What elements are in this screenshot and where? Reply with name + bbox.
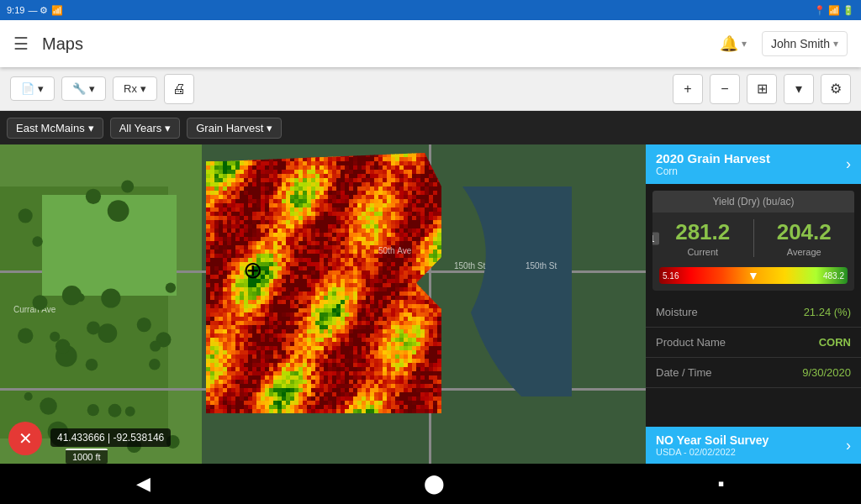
moisture-label: Moisture [656, 306, 698, 318]
layers-icon: ⊞ [757, 81, 768, 97]
soil-survey-card[interactable]: NO Year Soil Survey USDA - 02/02/2022 › [646, 427, 861, 464]
status-icons: — ⚙ 📶 [28, 5, 62, 16]
status-left: 9:19 — ⚙ 📶 [7, 5, 63, 16]
soil-survey-chevron: › [846, 437, 851, 454]
user-name: John Smith [771, 37, 830, 50]
years-filter-label: All Years [119, 122, 162, 134]
doc-icon: 📄 [21, 82, 34, 95]
doc-button[interactable]: 📄 ▾ [10, 76, 55, 101]
map-canvas [0, 144, 646, 464]
moisture-row: Moisture 21.24 (%) [646, 297, 861, 328]
product-name-row: Product Name CORN [646, 328, 861, 358]
layers-button[interactable]: ⊞ [747, 74, 777, 104]
minus-icon: − [721, 81, 728, 97]
plus-icon: + [684, 81, 691, 97]
rank-badge: 1 [652, 232, 659, 244]
close-button[interactable]: ✕ [8, 422, 42, 455]
app-title: Maps [42, 34, 711, 54]
layers-chevron-button[interactable]: ▾ [784, 74, 814, 104]
wrench-icon: 🔧 [72, 82, 86, 95]
panel-header-chevron: › [846, 155, 851, 173]
date-time-row: Date / Time 9/30/2020 [646, 358, 861, 388]
zoom-out-button[interactable]: − [710, 74, 740, 104]
soil-survey-sub: USDA - 02/02/2022 [656, 447, 769, 457]
field-filter-label: East McMains [16, 122, 85, 134]
gradient-bar: 5.16 ▼ 483.2 [659, 267, 848, 284]
field-filter[interactable]: East McMains ▾ [7, 118, 103, 139]
yield-average-label: Average [759, 247, 850, 257]
yield-values: 1 281.2 Current 204.2 Average [652, 213, 854, 264]
scale-badge: 1000 ft [66, 449, 108, 464]
scale-text: 1000 ft [72, 452, 101, 462]
print-icon: 🖨 [172, 81, 186, 97]
years-filter[interactable]: All Years ▾ [110, 118, 181, 139]
wrench-chevron: ▾ [89, 82, 95, 95]
yield-current-label: Current [658, 247, 748, 257]
nav-back[interactable]: ◀ [136, 473, 151, 495]
layer-filter[interactable]: Grain Harvest ▾ [187, 118, 282, 139]
panel-header-sub: Corn [656, 165, 770, 177]
panel-header[interactable]: 2020 Grain Harvest Corn › [646, 144, 861, 184]
status-time: 9:19 [7, 5, 24, 15]
doc-chevron: ▾ [38, 82, 44, 95]
gear-button[interactable]: ⚙ [821, 74, 851, 104]
status-right: 📍 📶 🔋 [814, 5, 854, 16]
gradient-arrow: ▼ [747, 269, 759, 282]
nav-bar: ◀ ⬤ ▪ [0, 464, 861, 504]
hamburger-menu[interactable]: ☰ [13, 34, 29, 54]
moisture-value: 21.24 (%) [804, 306, 851, 318]
filter-bar: East McMains ▾ All Years ▾ Grain Harvest… [0, 111, 861, 144]
zoom-in-button[interactable]: + [673, 74, 703, 104]
gear-icon: ⚙ [830, 81, 842, 97]
gradient-min: 5.16 [663, 271, 679, 281]
rx-label: Rx [124, 82, 137, 95]
field-filter-chevron: ▾ [88, 122, 94, 134]
product-name-label: Product Name [656, 336, 726, 349]
panel-header-text: 2020 Grain Harvest Corn [656, 151, 770, 177]
yield-card: Yield (Dry) (bu/ac) 1 281.2 Current 204.… [652, 191, 854, 291]
layers-chevron-icon: ▾ [795, 81, 802, 97]
notification-bell[interactable]: 🔔 ▾ [711, 29, 755, 58]
yield-title: Yield (Dry) (bu/ac) [652, 191, 854, 213]
panel-header-title: 2020 Grain Harvest [656, 151, 770, 165]
soil-survey-title: NO Year Soil Survey [656, 433, 769, 447]
status-bar: 9:19 — ⚙ 📶 📍 📶 🔋 [0, 0, 861, 20]
right-panel: 2020 Grain Harvest Corn › Yield (Dry) (b… [646, 144, 861, 464]
nav-recent[interactable]: ▪ [718, 473, 725, 495]
yield-average-value: 204.2 [759, 219, 850, 245]
product-name-value: CORN [819, 336, 851, 349]
bell-icon: 🔔 [720, 34, 738, 53]
bell-chevron: ▾ [742, 38, 747, 50]
date-time-label: Date / Time [656, 366, 711, 379]
top-bar: ☰ Maps 🔔 ▾ John Smith ▾ [0, 20, 861, 67]
crosshair: ⊕ [237, 255, 267, 286]
yield-average-block: 204.2 Average [754, 213, 855, 264]
yield-current-block: 1 281.2 Current [652, 213, 753, 264]
signal-icon: 📍 📶 🔋 [814, 5, 854, 16]
user-menu[interactable]: John Smith ▾ [762, 31, 848, 56]
yield-current-value: 281.2 [658, 219, 748, 245]
coords-text: 41.433666 | -92.538146 [57, 432, 164, 444]
date-time-value: 9/30/2020 [802, 366, 851, 379]
gradient-max: 483.2 [823, 271, 844, 281]
coordinates-badge: 41.433666 | -92.538146 [50, 428, 171, 447]
soil-survey-text: NO Year Soil Survey USDA - 02/02/2022 [656, 433, 769, 457]
nav-home[interactable]: ⬤ [424, 473, 445, 495]
layer-filter-label: Grain Harvest [196, 122, 263, 134]
map-container: East McMains ▾ All Years ▾ Grain Harvest… [0, 111, 861, 464]
panel-body: Yield (Dry) (bu/ac) 1 281.2 Current 204.… [646, 184, 861, 427]
top-right-actions: 🔔 ▾ John Smith ▾ [711, 29, 848, 58]
toolbar: 📄 ▾ 🔧 ▾ Rx ▾ 🖨 + − ⊞ ▾ ⚙ [0, 67, 861, 111]
rx-chevron: ▾ [140, 82, 146, 95]
years-filter-chevron: ▾ [165, 122, 171, 134]
wrench-button[interactable]: 🔧 ▾ [61, 76, 106, 101]
layer-filter-chevron: ▾ [267, 122, 272, 134]
user-chevron: ▾ [833, 38, 838, 50]
rx-button[interactable]: Rx ▾ [113, 76, 157, 101]
print-button[interactable]: 🖨 [164, 74, 194, 104]
